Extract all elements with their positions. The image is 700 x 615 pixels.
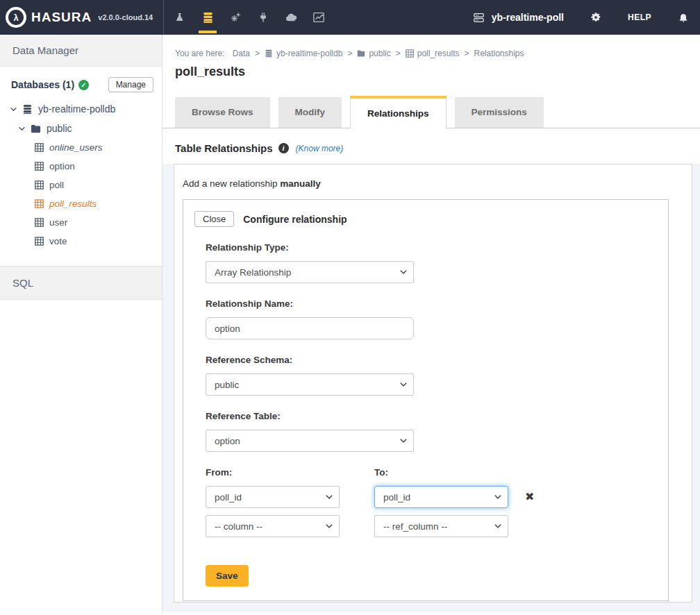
- breadcrumb-database[interactable]: yb-realtime-polldb: [276, 49, 342, 58]
- manage-button[interactable]: Manage: [108, 77, 153, 92]
- table-grid-icon: [35, 199, 44, 208]
- configure-title: Configure relationship: [243, 214, 347, 225]
- reference-table-label: Reference Table:: [206, 411, 668, 421]
- tab-permissions[interactable]: Permissions: [455, 97, 544, 128]
- from-column-placeholder-select[interactable]: -- column --: [206, 515, 340, 537]
- save-button[interactable]: Save: [206, 565, 249, 587]
- hasura-logo-icon[interactable]: λ: [6, 7, 26, 28]
- relationship-type-field: Relationship Type: Array Relationship: [206, 242, 668, 283]
- breadcrumb-schema[interactable]: public: [369, 49, 390, 58]
- sidebar-item-schema-public[interactable]: public: [0, 119, 162, 138]
- table-grid-icon: [35, 237, 44, 246]
- relationship-name-field: Relationship Name:: [206, 298, 668, 339]
- from-column: From: poll_id -- column --: [206, 467, 340, 537]
- table-grid-icon: [35, 180, 44, 189]
- breadcrumb-relationships[interactable]: Relationships: [474, 49, 524, 58]
- project-name[interactable]: yb-realtime-poll: [492, 12, 564, 23]
- tab-browse-rows[interactable]: Browse Rows: [175, 97, 270, 128]
- tab-bar: Browse Rows Modify Relationships Permiss…: [162, 96, 700, 128]
- breadcrumb-prefix: You are here:: [175, 49, 225, 58]
- api-flask-icon[interactable]: [166, 0, 194, 35]
- sidebar: Data Manager Databases (1) ✓ Manage yb-r…: [0, 35, 162, 615]
- project-server-icon: [472, 11, 485, 24]
- relationship-type-label: Relationship Type:: [206, 242, 668, 253]
- info-icon[interactable]: i: [278, 143, 289, 153]
- sidebar-item-table-user[interactable]: user: [0, 213, 162, 232]
- reference-table-field: Reference Table: option: [206, 411, 668, 452]
- chevron-down-icon[interactable]: [18, 125, 26, 133]
- schema-name: public: [47, 123, 72, 134]
- relationship-form: Relationship Type: Array Relationship Re…: [206, 242, 668, 587]
- data-database-icon[interactable]: [194, 0, 222, 35]
- sidebar-item-table-option[interactable]: option: [0, 157, 162, 176]
- add-relationship-panel: Add a new relationship manually Close Co…: [174, 164, 692, 603]
- configure-relationship-panel: Close Configure relationship Relationshi…: [183, 199, 669, 601]
- main-content: You are here: Data > yb-realtime-polldb …: [162, 35, 700, 615]
- sidebar-item-table-poll[interactable]: poll: [0, 176, 162, 194]
- folder-icon: [31, 124, 41, 134]
- database-icon: [265, 49, 273, 58]
- section-title: Table Relationships: [175, 142, 273, 154]
- to-label: To:: [374, 467, 534, 478]
- database-name: yb-realtime-polldb: [38, 103, 115, 115]
- events-cloud-icon[interactable]: [277, 0, 305, 35]
- configure-header: Close Configure relationship: [194, 211, 668, 227]
- notifications-bell-icon[interactable]: [678, 12, 689, 23]
- page-title: poll_results: [175, 65, 700, 79]
- brand-area: λ HASURA v2.0.0-cloud.14: [0, 0, 163, 35]
- navbar-right: yb-realtime-poll HELP: [472, 0, 700, 35]
- db-connected-check-icon: ✓: [78, 80, 89, 90]
- chevron-down-icon[interactable]: [10, 106, 17, 113]
- brand-name: HASURA: [31, 10, 92, 25]
- actions-gears-icon[interactable]: [222, 0, 249, 35]
- to-ref-column-placeholder-select[interactable]: -- ref_column --: [374, 515, 508, 537]
- help-link[interactable]: HELP: [628, 12, 651, 22]
- sidebar-item-table-online_users[interactable]: online_users: [0, 138, 162, 157]
- nav-icon-bar: [163, 0, 333, 35]
- relationship-type-select[interactable]: Array Relationship: [206, 261, 414, 283]
- sidebar-header-data-manager[interactable]: Data Manager: [0, 35, 162, 67]
- to-ref-column-select[interactable]: poll_id: [374, 486, 508, 508]
- reference-table-select[interactable]: option: [206, 430, 414, 452]
- databases-label: Databases (1): [11, 79, 74, 90]
- table-grid-icon: [35, 143, 44, 152]
- know-more-link[interactable]: (Know more): [296, 144, 344, 153]
- table-grid-icon: [406, 49, 414, 58]
- add-relationship-text: Add a new relationship manually: [183, 178, 682, 189]
- top-navbar: λ HASURA v2.0.0-cloud.14 yb-realtime-pol…: [0, 0, 700, 35]
- monitoring-chart-icon[interactable]: [305, 0, 333, 35]
- relationship-name-label: Relationship Name:: [206, 298, 668, 309]
- version-label: v2.0.0-cloud.14: [98, 13, 153, 22]
- relationship-name-input[interactable]: [206, 317, 414, 339]
- reference-schema-field: Reference Schema: public: [206, 355, 668, 396]
- sidebar-item-table-vote[interactable]: vote: [0, 232, 162, 251]
- close-button[interactable]: Close: [194, 211, 234, 227]
- sidebar-item-database[interactable]: yb-realtime-polldb: [0, 99, 162, 119]
- table-grid-icon: [35, 162, 44, 171]
- remove-mapping-icon[interactable]: ✖: [525, 491, 534, 503]
- section-header: Table Relationships i (Know more): [175, 142, 700, 154]
- reference-schema-label: Reference Schema:: [206, 355, 668, 365]
- from-label: From:: [206, 467, 340, 478]
- database-icon: [22, 104, 33, 115]
- reference-schema-select[interactable]: public: [206, 373, 414, 396]
- relationships-content: Add a new relationship manually Close Co…: [162, 164, 700, 612]
- breadcrumb-data[interactable]: Data: [233, 49, 250, 58]
- to-column: To: poll_id ✖: [374, 467, 534, 537]
- tab-modify[interactable]: Modify: [278, 97, 342, 128]
- table-grid-icon: [35, 218, 44, 227]
- breadcrumb: You are here: Data > yb-realtime-polldb …: [175, 49, 700, 58]
- remote-schemas-plug-icon[interactable]: [249, 0, 277, 35]
- from-to-section: From: poll_id -- column --: [206, 467, 668, 537]
- sidebar-item-table-poll_results[interactable]: poll_results: [0, 194, 162, 213]
- folder-icon: [357, 49, 365, 58]
- breadcrumb-table[interactable]: poll_results: [417, 49, 460, 58]
- databases-header: Databases (1) ✓ Manage: [0, 67, 162, 99]
- from-column-select[interactable]: poll_id: [206, 486, 340, 508]
- sidebar-item-sql[interactable]: SQL: [0, 266, 162, 300]
- settings-gear-icon[interactable]: [590, 12, 601, 23]
- tab-relationships[interactable]: Relationships: [350, 96, 447, 128]
